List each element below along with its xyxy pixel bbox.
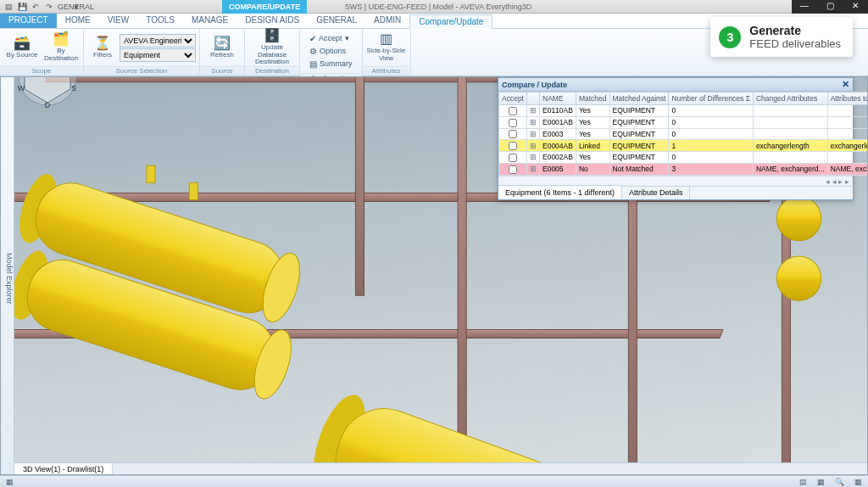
accept-checkbox[interactable]: [509, 119, 517, 127]
col-name[interactable]: NAME: [540, 92, 576, 105]
col-matched-against[interactable]: Matched Against: [609, 92, 669, 105]
status-grid-icon[interactable]: ▦: [852, 478, 865, 486]
table-row[interactable]: ⊞E0004ABLinkedEQUIPMENT1exchangerlengthe…: [499, 140, 868, 152]
accept-checkbox[interactable]: [509, 130, 517, 138]
by-source-button[interactable]: 🗃️ By Source: [3, 31, 41, 64]
accept-cell[interactable]: [499, 116, 527, 128]
source-icon: 🗃️: [14, 36, 31, 50]
accept-checkbox[interactable]: [509, 165, 517, 174]
filter-icon: ⏳: [94, 36, 111, 50]
table-row[interactable]: ⊞E0001ABYesEQUIPMENT0False: [499, 116, 868, 128]
filters-button[interactable]: ⏳ Filters: [87, 31, 118, 64]
status-icon[interactable]: ▦: [3, 478, 16, 486]
window-title: SWS | UDE-ENG-FEED | Model - AVEVA Every…: [85, 3, 792, 11]
panel-tab-equipment[interactable]: Equipment (6 Items - 1 different): [498, 185, 622, 199]
panel-close-icon[interactable]: ✕: [842, 79, 849, 90]
status-layers-icon[interactable]: ▤: [797, 478, 810, 486]
cube-d[interactable]: D: [45, 101, 51, 109]
side-by-side-button[interactable]: ▥ Side-by-Side View: [366, 31, 407, 64]
qat-icon[interactable]: ▤: [3, 2, 14, 12]
summary-button[interactable]: ▤Summary: [307, 58, 355, 70]
quick-access-toolbar: ▤ 💾 ↶ ↷ GENERAL ▾: [0, 2, 85, 12]
expand-cell[interactable]: ⊞: [527, 140, 540, 152]
group-source-selection: ⏳ Filters AVEVA Engineering Equipment So…: [84, 29, 200, 76]
view-tab-strip: 3D View(1) - Drawlist(1): [14, 462, 867, 474]
panel-header[interactable]: Compare / Update ✕: [498, 78, 853, 92]
tab-compare-update[interactable]: Compare/Update: [409, 14, 492, 29]
col-matched[interactable]: Matched: [576, 92, 609, 105]
name-cell: E0003: [540, 128, 576, 140]
refresh-button[interactable]: 🔄 Refresh: [203, 31, 241, 64]
accept-checkbox[interactable]: [509, 107, 517, 115]
maximize-button[interactable]: ▢: [817, 0, 843, 14]
tab-admin[interactable]: ADMIN: [365, 14, 409, 28]
filters-label: Filters: [93, 52, 112, 59]
diff-cell: 0: [669, 116, 754, 128]
panel-tab-attribute-details[interactable]: Attribute Details: [622, 186, 691, 199]
name-cell: E0002AB: [540, 152, 576, 164]
by-destination-button[interactable]: 🗂️ By Destination: [42, 31, 80, 64]
minimize-button[interactable]: —: [792, 0, 817, 14]
tab-design-aids[interactable]: DESIGN AIDS: [236, 14, 308, 28]
status-palette-icon[interactable]: ▦: [815, 478, 827, 486]
cube-w[interactable]: W: [18, 84, 25, 92]
close-button[interactable]: ✕: [843, 0, 868, 14]
accept-cell[interactable]: [499, 105, 527, 117]
tab-tools[interactable]: TOOLS: [137, 14, 183, 28]
col-diff-count[interactable]: Number of Differences Σ: [669, 92, 754, 105]
compare-update-panel: Compare / Update ✕ Accept NAME Matched M…: [498, 77, 854, 200]
cube-s[interactable]: S: [71, 84, 76, 92]
accept-button[interactable]: ✔Accept▾: [307, 32, 355, 44]
update-cell: [827, 128, 867, 140]
update-cell: exchangerlength: [827, 140, 867, 152]
table-row[interactable]: ⊞E0003YesEQUIPMENT0False: [499, 128, 868, 140]
3d-viewport[interactable]: U D E N S W Compare / Update ✕ Accept NA…: [14, 77, 867, 462]
accept-checkbox[interactable]: [509, 142, 517, 150]
refresh-icon: 🔄: [214, 36, 231, 50]
tab-manage[interactable]: MANAGE: [183, 14, 236, 28]
col-expand[interactable]: [527, 92, 540, 105]
matched-cell: Yes: [576, 116, 609, 128]
table-row[interactable]: ⊞E0002ABYesEQUIPMENT0False: [499, 152, 868, 164]
group-destination: 🗄️ Update Database Destination Destinati…: [245, 29, 300, 76]
tab-view[interactable]: VIEW: [99, 14, 138, 28]
table-row[interactable]: ⊞E0005NoNot Matched3NAME, exchangerd...N…: [499, 163, 868, 175]
accept-cell[interactable]: [499, 128, 527, 140]
accept-cell[interactable]: [499, 152, 527, 164]
columns-icon: ▥: [380, 32, 392, 46]
against-cell: EQUIPMENT: [609, 116, 669, 128]
expand-cell[interactable]: ⊞: [527, 116, 540, 128]
update-cell: [827, 152, 867, 164]
equipment-combo[interactable]: Equipment: [120, 48, 196, 62]
qat-save-icon[interactable]: 💾: [17, 2, 27, 12]
tab-home[interactable]: HOME: [57, 14, 99, 28]
col-changed-attrs[interactable]: Changed Attributes: [753, 92, 827, 105]
expand-cell[interactable]: ⊞: [527, 163, 540, 175]
table-row[interactable]: ⊞E0110ABYesEQUIPMENT0False: [499, 105, 868, 117]
col-attrs-update[interactable]: Attributes to be Updated: [827, 92, 867, 105]
tab-general[interactable]: GENERAL: [308, 14, 365, 28]
group-destination-label: Destination: [245, 66, 299, 76]
qat-undo-icon[interactable]: ↶: [31, 2, 41, 12]
expand-cell[interactable]: ⊞: [527, 105, 540, 117]
changed-cell: [753, 116, 827, 128]
status-bar: ▦ ▤ ▦ 🔍 ▦: [0, 475, 868, 487]
qat-redo-icon[interactable]: ↷: [44, 2, 54, 12]
tab-project[interactable]: PROJECT: [0, 14, 57, 28]
engineering-source-combo[interactable]: AVEVA Engineering: [120, 34, 196, 48]
expand-cell[interactable]: ⊞: [527, 128, 540, 140]
options-button[interactable]: ⚙Options: [307, 45, 355, 57]
status-zoom-icon[interactable]: 🔍: [832, 478, 847, 486]
qat-dropdown-icon[interactable]: ▾: [71, 2, 81, 12]
view-tab-3d[interactable]: 3D View(1) - Drawlist(1): [14, 463, 113, 474]
accept-cell[interactable]: [499, 140, 527, 152]
expand-cell[interactable]: ⊞: [527, 152, 540, 164]
col-accept[interactable]: Accept: [499, 92, 527, 105]
callout-subtitle: FEED deliverables: [749, 37, 841, 50]
accept-cell[interactable]: [499, 163, 527, 175]
changed-cell: [753, 105, 827, 117]
accept-checkbox[interactable]: [509, 154, 517, 162]
chevron-down-icon: ▾: [345, 34, 349, 42]
update-database-button[interactable]: 🗄️ Update Database Destination: [248, 31, 296, 64]
model-explorer-rail[interactable]: Model Explorer: [1, 77, 14, 474]
